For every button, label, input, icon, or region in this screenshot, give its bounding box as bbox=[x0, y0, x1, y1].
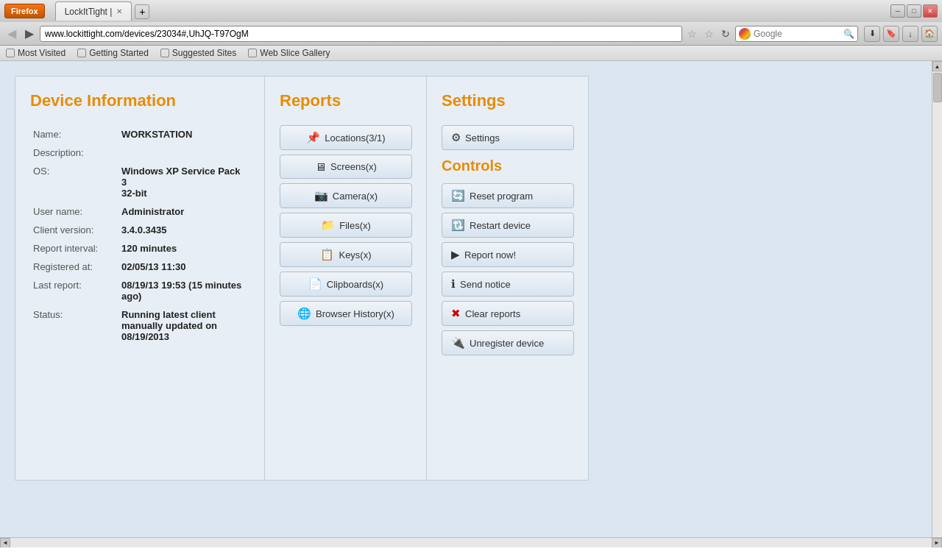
status-label: Status: bbox=[30, 305, 118, 346]
device-info-table: Name: WORKSTATION Description: OS: Windo… bbox=[30, 125, 249, 346]
nav-bar: ◀ ▶ ☆ ☆ ↻ 🔍 ⬇ 🔖 ↓ 🏠 bbox=[0, 22, 942, 46]
controls-title: Controls bbox=[442, 157, 573, 174]
camera-button[interactable]: 📷 Camera(x) bbox=[280, 183, 412, 208]
google-icon bbox=[739, 28, 751, 40]
client-version-value: 3.4.0.3435 bbox=[118, 221, 249, 239]
locations-button[interactable]: 📌 Locations(3/1) bbox=[280, 125, 412, 150]
registered-at-value: 02/05/13 11:30 bbox=[118, 258, 249, 276]
bookmarks-bar: Most Visited Getting Started Suggested S… bbox=[0, 46, 942, 61]
table-row: Registered at: 02/05/13 11:30 bbox=[30, 258, 249, 276]
bookmark-getting-started[interactable]: Getting Started bbox=[77, 48, 149, 58]
report-now-label: Report now! bbox=[464, 249, 516, 260]
browser-history-icon: 🌐 bbox=[297, 307, 311, 320]
name-label: Name: bbox=[30, 125, 118, 143]
refresh-button[interactable]: ↻ bbox=[719, 28, 732, 40]
active-tab[interactable]: LockItTight | ✕ bbox=[55, 1, 132, 21]
page-content: Device Information Name: WORKSTATION Des… bbox=[0, 61, 932, 537]
table-row: OS: Windows XP Service Pack 332-bit bbox=[30, 162, 249, 202]
restart-device-button[interactable]: 🔃 Restart device bbox=[442, 213, 574, 238]
keys-icon: 📋 bbox=[320, 248, 334, 261]
table-row: Last report: 08/19/13 19:53 (15 minutes … bbox=[30, 276, 249, 305]
settings-button[interactable]: ⚙ Settings bbox=[442, 125, 574, 150]
bookmark-star2-icon[interactable]: ☆ bbox=[702, 28, 716, 40]
device-info-panel: Device Information Name: WORKSTATION Des… bbox=[15, 76, 265, 481]
clipboards-label: Clipboards(x) bbox=[327, 279, 383, 290]
keys-button[interactable]: 📋 Keys(x) bbox=[280, 242, 412, 267]
new-tab-button[interactable]: + bbox=[135, 4, 149, 19]
bookmark-most-visited[interactable]: Most Visited bbox=[6, 48, 65, 58]
bookmark-web-slice-gallery[interactable]: Web Slice Gallery bbox=[248, 48, 330, 58]
downloads-icon[interactable]: ↓ bbox=[902, 26, 918, 42]
search-input[interactable] bbox=[754, 29, 842, 39]
tab-title: LockItTight | bbox=[65, 7, 113, 17]
close-button[interactable]: ✕ bbox=[923, 4, 938, 18]
report-interval-value: 120 minutes bbox=[118, 239, 249, 258]
restart-icon: 🔃 bbox=[451, 219, 465, 232]
bookmark-suggested-sites[interactable]: Suggested Sites bbox=[160, 48, 236, 58]
table-row: Report interval: 120 minutes bbox=[30, 239, 249, 258]
settings-title: Settings bbox=[442, 91, 573, 110]
scroll-right-arrow[interactable]: ► bbox=[932, 538, 942, 548]
files-label: Files(x) bbox=[339, 220, 371, 231]
back-button[interactable]: ◀ bbox=[4, 25, 19, 42]
address-bar[interactable] bbox=[40, 26, 682, 42]
unregister-device-label: Unregister device bbox=[470, 338, 544, 349]
username-label: User name: bbox=[30, 202, 118, 221]
camera-icon: 📷 bbox=[314, 189, 328, 202]
reset-program-button[interactable]: 🔄 Reset program bbox=[442, 183, 574, 208]
vertical-scrollbar[interactable]: ▲ bbox=[932, 61, 942, 537]
report-now-button[interactable]: ▶ Report now! bbox=[442, 242, 574, 267]
bookmarks-icon[interactable]: 🔖 bbox=[883, 26, 899, 42]
maximize-button[interactable]: □ bbox=[907, 4, 921, 18]
os-label: OS: bbox=[30, 162, 118, 202]
table-row: User name: Administrator bbox=[30, 202, 249, 221]
bookmark-checkbox-icon-4 bbox=[248, 49, 257, 57]
scroll-thumb[interactable] bbox=[933, 73, 942, 102]
screens-button[interactable]: 🖥 Screens(x) bbox=[280, 155, 412, 179]
tab-close-button[interactable]: ✕ bbox=[116, 7, 122, 15]
last-report-value: 08/19/13 19:53 (15 minutes ago) bbox=[118, 276, 249, 305]
browser-history-button[interactable]: 🌐 Browser History(x) bbox=[280, 301, 412, 326]
files-button[interactable]: 📁 Files(x) bbox=[280, 213, 412, 238]
bookmark-label-3: Suggested Sites bbox=[172, 48, 236, 58]
bookmark-label: Most Visited bbox=[18, 48, 65, 58]
unregister-device-button[interactable]: 🔌 Unregister device bbox=[442, 330, 574, 355]
firefox-button[interactable]: Firefox bbox=[4, 4, 45, 18]
device-info-title: Device Information bbox=[30, 91, 249, 110]
camera-label: Camera(x) bbox=[333, 191, 378, 202]
keys-label: Keys(x) bbox=[339, 249, 371, 260]
reset-program-label: Reset program bbox=[470, 191, 533, 202]
clear-reports-button[interactable]: ✖ Clear reports bbox=[442, 301, 574, 326]
notice-icon: ℹ bbox=[451, 277, 456, 291]
screens-icon: 🖥 bbox=[315, 160, 326, 173]
minimize-button[interactable]: ─ bbox=[890, 4, 905, 18]
forward-button[interactable]: ▶ bbox=[22, 25, 37, 42]
horizontal-scrollbar: ◄ ► bbox=[0, 537, 942, 547]
scroll-track[interactable] bbox=[10, 538, 932, 547]
name-value: WORKSTATION bbox=[118, 125, 249, 143]
settings-panel: Settings ⚙ Settings Controls 🔄 Reset pro… bbox=[427, 76, 589, 481]
location-icon: 📌 bbox=[306, 131, 320, 144]
browser-body: Device Information Name: WORKSTATION Des… bbox=[0, 61, 942, 537]
tab-bar: LockItTight | ✕ + bbox=[51, 1, 155, 21]
table-row: Client version: 3.4.0.3435 bbox=[30, 221, 249, 239]
bookmark-checkbox-icon-3 bbox=[160, 49, 169, 57]
bookmark-star-icon[interactable]: ☆ bbox=[685, 28, 699, 40]
status-value: Running latest client manually updated o… bbox=[118, 305, 249, 346]
browser-history-label: Browser History(x) bbox=[316, 308, 394, 319]
search-icon[interactable]: 🔍 bbox=[843, 29, 854, 39]
files-icon: 📁 bbox=[321, 219, 335, 232]
title-bar: Firefox LockItTight | ✕ + ─ □ ✕ bbox=[0, 0, 942, 22]
clipboards-button[interactable]: 📄 Clipboards(x) bbox=[280, 272, 412, 297]
scroll-up-arrow[interactable]: ▲ bbox=[932, 61, 943, 71]
scroll-left-arrow[interactable]: ◄ bbox=[0, 538, 10, 548]
reports-panel: Reports 📌 Locations(3/1) 🖥 Screens(x) 📷 … bbox=[265, 76, 427, 481]
bookmark-checkbox-icon-2 bbox=[77, 49, 86, 57]
bookmark-checkbox-icon bbox=[6, 49, 15, 57]
home-nav-icon[interactable]: 🏠 bbox=[921, 26, 938, 42]
send-notice-button[interactable]: ℹ Send notice bbox=[442, 272, 574, 297]
home-icon[interactable]: ⬇ bbox=[864, 26, 880, 42]
clipboards-icon: 📄 bbox=[308, 277, 322, 291]
username-value: Administrator bbox=[118, 202, 249, 221]
os-value: Windows XP Service Pack 332-bit bbox=[118, 162, 249, 202]
